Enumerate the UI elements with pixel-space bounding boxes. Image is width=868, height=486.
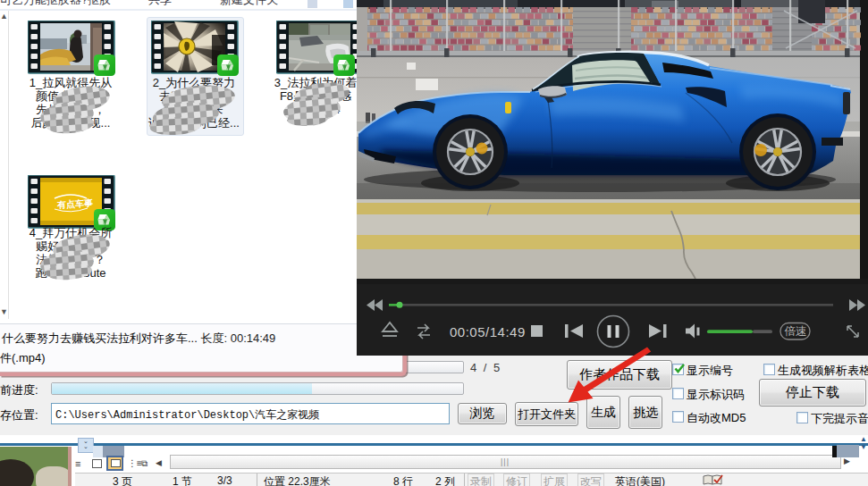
svg-text:倍速: 倍速	[785, 325, 807, 338]
svg-text:00:05/14:49: 00:05/14:49	[450, 324, 526, 339]
